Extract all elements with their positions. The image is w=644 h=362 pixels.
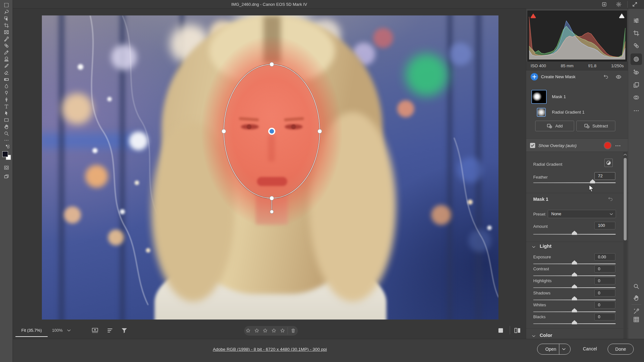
tool-dodge[interactable] [4,90,9,96]
swap-colors-icon[interactable] [5,144,10,149]
slider-value[interactable]: 0 [594,277,615,284]
tool-more[interactable] [4,137,9,143]
mask-visibility-eye-icon[interactable] [615,74,622,80]
tool-lasso[interactable] [4,9,9,15]
tool-zoom-tool[interactable] [633,283,640,290]
star-icon-5[interactable] [280,328,285,333]
tool-edit-sliders[interactable] [633,17,640,24]
scroll-up-chevron-icon[interactable] [623,152,628,157]
open-button[interactable]: Open [537,344,571,355]
tool-white-balance-sampler[interactable] [633,308,640,315]
tool-type[interactable] [4,104,9,109]
tool-eyedropper[interactable] [4,36,9,42]
slider-value[interactable]: 0 [594,301,615,309]
mask-name-label[interactable]: Mask 1 [552,94,566,99]
photo-preview[interactable] [42,15,498,320]
star-icon-1[interactable] [245,328,251,333]
single-view-icon[interactable] [497,327,505,334]
add-button[interactable]: Add [535,121,574,131]
invert-mask-icon[interactable] [604,159,613,167]
overlay-options-icon[interactable] [614,142,621,149]
slider-thumb[interactable] [572,284,577,288]
tool-slice[interactable] [4,29,9,35]
zoom-100-tab[interactable]: 100% [49,325,66,336]
tool-pen[interactable] [4,97,9,103]
shadow-clipping-icon[interactable] [530,13,537,18]
tool-move[interactable] [4,16,9,22]
slider-thumb[interactable] [572,260,577,265]
before-after-icon[interactable] [514,327,521,334]
tool-pencil[interactable] [4,50,9,55]
feather-slider-thumb[interactable] [590,179,595,183]
slider-value[interactable]: 0 [594,289,615,297]
slider-thumb[interactable] [572,296,577,301]
light-section-header[interactable]: Light [540,243,552,249]
panel-scrollbar-thumb[interactable] [624,158,627,240]
tool-hand-tool[interactable] [633,294,640,302]
slider-thumb[interactable] [572,272,577,276]
foreground-color-swatch[interactable] [2,151,8,157]
open-options-chevron-icon[interactable] [559,347,568,352]
preview-thumbnails-icon[interactable] [91,327,99,334]
radial-gradient-ellipse-overlay[interactable] [42,15,498,320]
overlay-color-swatch[interactable] [604,142,611,149]
cancel-button[interactable]: Cancel [580,346,600,351]
radial-gradient-component-icon[interactable] [537,108,546,117]
mask-component-label[interactable]: Radial Gradient 1 [552,110,584,115]
tool-gradient[interactable] [4,77,9,82]
tool-path-select[interactable] [4,110,9,116]
foreground-background-swatches[interactable] [2,151,11,160]
tool-marquee[interactable] [4,2,9,8]
slider-value[interactable]: 0 [594,313,615,320]
screen-mode-icon[interactable] [4,174,9,180]
trash-icon[interactable] [290,328,296,333]
feather-slider-track[interactable] [533,182,616,183]
tool-healing-brush[interactable] [633,42,640,49]
tool-brush[interactable] [4,63,9,69]
preset-dropdown[interactable]: None [548,210,616,218]
done-button[interactable]: Done [608,344,634,355]
slider-value[interactable]: 0 [594,265,615,273]
highlight-clipping-icon[interactable] [618,13,625,18]
ellipse-handle-left[interactable] [222,129,226,134]
amount-slider-thumb[interactable] [572,231,577,235]
tool-masking[interactable] [633,56,640,63]
light-collapse-chevron-icon[interactable] [531,245,536,249]
tool-grid-overlay[interactable] [633,316,640,323]
tool-presets[interactable] [633,81,640,88]
ellipse-handle-bottom[interactable] [270,196,274,200]
tool-blur[interactable] [4,83,9,89]
tool-crop[interactable] [4,23,9,28]
zoom-chevron-down-icon[interactable] [66,328,71,333]
star-icon-2[interactable] [254,328,260,333]
create-mask-plus-icon[interactable] [531,73,538,80]
show-overlay-label[interactable]: Show Overlay (auto) [538,143,577,148]
tool-eraser[interactable] [4,70,9,76]
tool-zoom[interactable] [4,131,9,136]
ellipse-handle-right[interactable] [318,129,322,134]
document-info-link[interactable]: Adobe RGB (1998) - 8 bit - 6720 x 4480 (… [213,347,327,352]
feather-value[interactable]: 72 [594,172,615,180]
ellipse-handle-top[interactable] [270,62,274,67]
fullscreen-icon[interactable] [632,1,638,7]
slider-value[interactable]: 0.00 [594,253,615,261]
tool-profiles[interactable] [633,94,640,101]
create-new-mask-label[interactable]: Create New Mask [541,74,575,79]
color-collapse-chevron-icon[interactable] [531,334,536,339]
show-overlay-checkbox[interactable] [530,143,535,148]
tool-red-eye[interactable] [633,69,640,76]
mask-thumbnail[interactable] [531,90,547,104]
subtract-button[interactable]: Subtract [576,121,615,131]
tool-hand[interactable] [4,124,9,130]
tool-crop-rotate[interactable] [633,30,640,37]
star-icon-4[interactable] [271,328,277,333]
settings-gear-icon[interactable] [616,1,622,7]
slider-thumb[interactable] [572,308,577,312]
quick-mask-icon[interactable] [4,165,9,171]
slider-thumb[interactable] [572,320,577,324]
mask-undo-icon[interactable] [603,74,609,80]
mask-reset-undo-icon[interactable] [607,196,613,202]
filter-funnel-icon[interactable] [120,327,128,334]
tool-healing[interactable] [4,43,9,49]
tool-clone-stamp[interactable] [4,56,9,62]
